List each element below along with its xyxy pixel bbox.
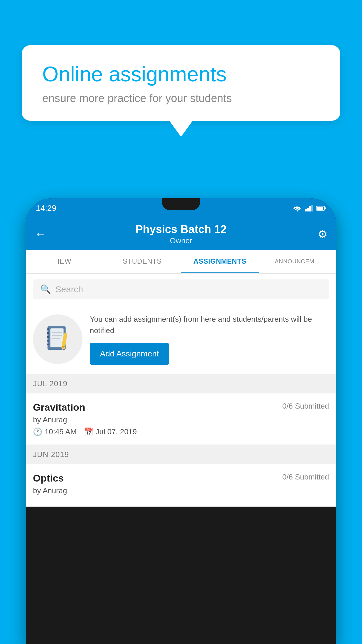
status-bar-time: 14:29 (36, 204, 56, 213)
time-text: 10:45 AM (45, 427, 77, 436)
assignment-by-2: by Anurag (33, 486, 329, 495)
speech-bubble-subtitle: ensure more practice for your students (42, 92, 320, 105)
clock-icon: 🕐 (33, 427, 42, 436)
assignment-submitted-2: 0/6 Submitted (282, 473, 329, 482)
info-text: You can add assignment(s) from here and … (90, 314, 329, 336)
wifi-icon (293, 205, 302, 211)
svg-rect-10 (47, 336, 49, 338)
tab-students[interactable]: STUDENTS (103, 250, 181, 273)
svg-rect-4 (311, 205, 313, 211)
section-header-jul: JUL 2019 (26, 374, 336, 393)
svg-point-0 (297, 210, 298, 212)
assignment-by: by Anurag (33, 415, 329, 424)
assignment-row-top: Gravitation 0/6 Submitted (33, 402, 329, 413)
speech-bubble: Online assignments ensure more practice … (22, 45, 340, 121)
settings-button[interactable]: ⚙ (310, 228, 328, 241)
svg-rect-9 (47, 332, 49, 334)
info-card: You can add assignment(s) from here and … (26, 305, 336, 374)
assignment-submitted: 0/6 Submitted (282, 402, 329, 411)
search-container: 🔍 Search (26, 274, 336, 305)
svg-rect-13 (50, 328, 64, 347)
svg-rect-3 (309, 206, 311, 211)
search-icon: 🔍 (40, 284, 51, 294)
assignment-date: 📅 Jul 07, 2019 (84, 427, 137, 436)
tab-bar: IEW STUDENTS ASSIGNMENTS ANNOUNCEM… (26, 250, 336, 274)
search-placeholder: Search (55, 284, 83, 294)
back-button[interactable]: ← (34, 227, 52, 241)
notebook-pencil-icon (45, 324, 71, 355)
app-bar-title: Physics Batch 12 (52, 223, 310, 236)
speech-bubble-title: Online assignments (42, 63, 320, 86)
assignment-item-optics[interactable]: Optics 0/6 Submitted by Anurag (26, 464, 336, 507)
screen-content: 🔍 Search (26, 274, 336, 507)
speech-bubble-container: Online assignments ensure more practice … (22, 45, 340, 137)
assignment-meta: 🕐 10:45 AM 📅 Jul 07, 2019 (33, 427, 329, 436)
svg-rect-12 (47, 344, 49, 345)
tab-announcements[interactable]: ANNOUNCEM… (259, 250, 337, 273)
assignment-item-gravitation[interactable]: Gravitation 0/6 Submitted by Anurag 🕐 10… (26, 393, 336, 445)
assignment-row-top-2: Optics 0/6 Submitted (33, 473, 329, 484)
search-bar[interactable]: 🔍 Search (33, 279, 329, 299)
app-bar-title-container: Physics Batch 12 Owner (52, 223, 310, 245)
tab-iew[interactable]: IEW (26, 250, 103, 273)
phone-frame: 14:29 ← Phys (26, 198, 336, 644)
status-icons (293, 205, 326, 211)
date-text: Jul 07, 2019 (96, 427, 137, 436)
add-assignment-button[interactable]: Add Assignment (90, 343, 169, 365)
svg-rect-15 (52, 335, 62, 336)
section-header-jun: JUN 2019 (26, 445, 336, 464)
svg-rect-16 (52, 338, 60, 339)
info-content: You can add assignment(s) from here and … (90, 314, 329, 365)
app-bar-subtitle: Owner (52, 236, 310, 245)
assignment-name: Gravitation (33, 402, 85, 413)
svg-rect-14 (52, 332, 62, 333)
status-bar: 14:29 (26, 198, 336, 218)
assignment-icon-circle (33, 314, 82, 364)
app-bar: ← Physics Batch 12 Owner ⚙ (26, 218, 336, 250)
svg-rect-6 (317, 207, 323, 210)
svg-rect-1 (305, 209, 307, 211)
svg-rect-8 (47, 328, 49, 330)
battery-icon (316, 205, 326, 211)
assignment-name-2: Optics (33, 473, 64, 484)
calendar-icon: 📅 (84, 427, 93, 436)
speech-bubble-arrow (169, 121, 193, 137)
svg-rect-11 (47, 340, 49, 342)
signal-icon (305, 205, 313, 211)
svg-rect-2 (307, 208, 309, 211)
assignment-time: 🕐 10:45 AM (33, 427, 77, 436)
tab-assignments[interactable]: ASSIGNMENTS (181, 250, 259, 273)
notch (162, 198, 200, 210)
